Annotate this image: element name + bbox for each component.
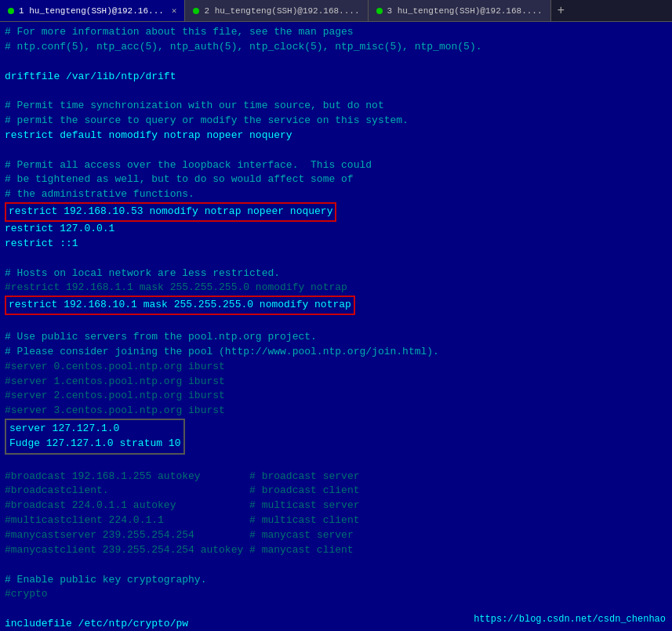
line-comment-local: # Hosts on local network are less restri… [5, 267, 667, 281]
line-restrict-127: restrict 127.0.0.1 [5, 222, 667, 237]
line-broadcast3: #broadcast 224.0.1.1 autokey # multicast… [5, 499, 667, 513]
line-comment-pool2: # Please consider joining the pool (http… [5, 345, 667, 360]
line-blank-5 [5, 315, 667, 330]
line-comment-loopback3: # the administrative functions. [5, 187, 667, 202]
line-restrict-box2-wrapper: restrict 192.168.10.1 mask 255.255.255.0… [5, 296, 667, 315]
tab-1[interactable]: 1 hu_tengteng(SSH)@192.16... ✕ [0, 0, 185, 21]
line-broadcast1: #broadcast 192.168.1.255 autokey # broad… [5, 470, 667, 484]
line-comment-pool1: # Use public servers from the pool.ntp.o… [5, 330, 667, 345]
line-manycast1: #manycastserver 239.255.254.254 # manyca… [5, 528, 667, 543]
line-restrict-ipv6: restrict ::1 [5, 237, 667, 252]
line-multicast1: #multicastclient 224.0.1.1 # multicast c… [5, 513, 667, 528]
restrict-dim-line: #restrict 192.168.1.1 mask 255.255.255.0… [5, 281, 347, 293]
line-server2: #server 2.centos.pool.ntp.org iburst [5, 389, 667, 404]
line-broadcast2: #broadcastclient. # broadcast client [5, 484, 667, 499]
tab-1-label: 1 hu_tengteng(SSH)@192.16... [19, 6, 164, 16]
tab-3-label: 3 hu_tengteng(SSH)@192.168.... [387, 6, 543, 16]
line-server0: #server 0.centos.pool.ntp.org iburst [5, 360, 667, 375]
line-blank-6 [5, 455, 667, 470]
line-blank-2 [5, 84, 667, 99]
restrict-box-2: restrict 192.168.10.1 mask 255.255.255.0… [5, 296, 355, 315]
line-blank-3 [5, 143, 667, 158]
tab-bar[interactable]: 1 hu_tengteng(SSH)@192.16... ✕ 2 hu_teng… [0, 0, 672, 22]
line-comment-loopback2: # be tightened as well, but to do so wou… [5, 172, 667, 187]
tab-2-label: 2 hu_tengteng(SSH)@192.168.... [204, 6, 359, 16]
tab-3-dot [376, 8, 383, 14]
server-box-wrapper: server 127.127.1.0 Fudge 127.127.1.0 str… [5, 419, 667, 455]
tab-1-dot [8, 8, 14, 14]
server-line-2: Fudge 127.127.1.0 stratum 10 [9, 437, 180, 451]
tab-2-dot [193, 8, 199, 14]
line-server3: #server 3.centos.pool.ntp.org iburst [5, 404, 667, 419]
line-restrict-dim-wrapper: #restrict 192.168.1.1 mask 255.255.255.0… [5, 281, 667, 296]
line-comment-crypto: # Enable public key cryptography. [5, 573, 667, 588]
tab-3[interactable]: 3 hu_tengteng(SSH)@192.168.... [369, 0, 551, 21]
watermark: https://blog.csdn.net/csdn_chenhao [474, 613, 666, 626]
line-2: # ntp.conf(5), ntp_acc(5), ntp_auth(5), … [5, 40, 667, 55]
line-restrict-default: restrict default nomodify notrap nopeer … [5, 129, 667, 143]
terminal: # For more information about this file, … [0, 22, 672, 631]
line-comment-permit2: # permit the source to query or modify t… [5, 114, 667, 129]
line-server1: #server 1.centos.pool.ntp.org iburst [5, 375, 667, 390]
line-crypto: #crypto [5, 587, 667, 602]
line-driftfile: driftfile /var/lib/ntp/drift [5, 70, 667, 85]
line-blank-7 [5, 558, 667, 573]
line-1: # For more information about this file, … [5, 25, 667, 40]
line-comment-loopback1: # Permit all access over the loopback in… [5, 158, 667, 173]
tab-add-button[interactable]: + [551, 0, 572, 21]
server-fudge-box: server 127.127.1.0 Fudge 127.127.1.0 str… [5, 419, 185, 455]
line-manycast2: #manycastclient 239.255.254.254 autokey … [5, 543, 667, 558]
tab-2[interactable]: 2 hu_tengteng(SSH)@192.168.... [185, 0, 368, 21]
line-blank-4 [5, 252, 667, 267]
restrict-box-1: restrict 192.168.10.53 nomodify notrap n… [5, 202, 336, 222]
tab-1-close[interactable]: ✕ [172, 5, 177, 16]
line-blank-1 [5, 55, 667, 70]
line-comment-permit1: # Permit time synchronization with our t… [5, 99, 667, 114]
server-line-1: server 127.127.1.0 [9, 422, 180, 437]
line-restrict-box1-wrapper: restrict 192.168.10.53 nomodify notrap n… [5, 202, 667, 222]
